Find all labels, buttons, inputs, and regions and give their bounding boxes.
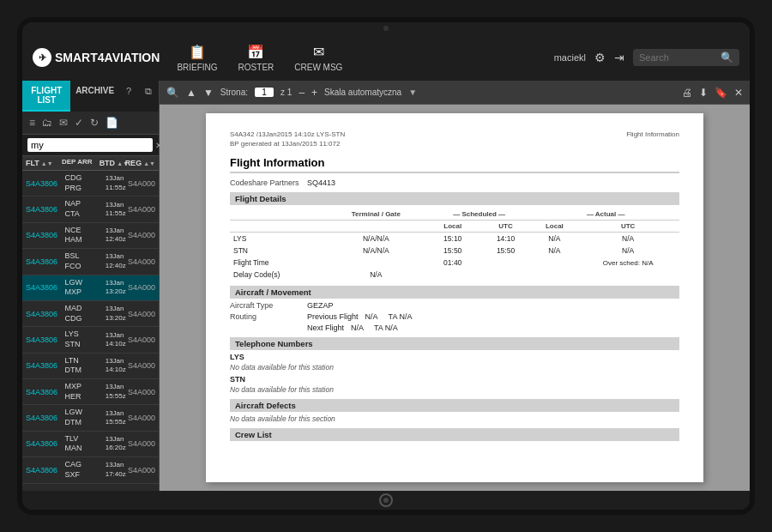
flight-row[interactable]: S4A3806 LYSSTN 13Jan14:10z S4A000 xyxy=(22,327,159,353)
download-icon[interactable]: ⬇ xyxy=(699,87,708,99)
station-code-stn: STN xyxy=(230,245,326,257)
station-code-lys: LYS xyxy=(230,233,326,245)
sidebar-tabs: FLIGHT LIST ARCHIVE ? ⧉ xyxy=(22,81,159,112)
flight-row[interactable]: S4A3806 LGWDTM 13Jan15:55z S4A000 xyxy=(22,405,159,431)
tablet-frame: ✈ SMART4AVIATION 📋 BRIEFING 📅 ROSTER ✉ C… xyxy=(17,17,755,515)
crew-list-section: Crew List xyxy=(230,428,679,441)
flight-reg: S4A000 xyxy=(128,205,155,214)
flight-reg: S4A000 xyxy=(128,179,155,188)
flight-btd: 13Jan15:55z xyxy=(106,409,128,427)
pdf-down-icon[interactable]: ▼ xyxy=(203,87,214,99)
th-act-utc: UTC xyxy=(576,221,679,233)
zoom-in-icon[interactable]: + xyxy=(311,87,317,99)
flight-reg: S4A000 xyxy=(128,466,155,475)
doc-icon[interactable]: 📄 xyxy=(104,115,120,130)
folder-icon[interactable]: 🗂 xyxy=(40,115,54,130)
flight-reg: S4A000 xyxy=(128,336,155,344)
sidebar-new-icon[interactable]: ⧉ xyxy=(138,81,159,112)
telephone-section: Telephone Numbers xyxy=(230,337,679,350)
flight-row[interactable]: S4A3806 MADCDG 13Jan13:20z S4A000 xyxy=(22,301,159,327)
act-utc-lys: N/A xyxy=(576,233,679,245)
flight-num: S4A3806 xyxy=(26,388,64,396)
routing-next-row: Next Flight N/A TA N/A xyxy=(230,323,679,332)
flight-row[interactable]: S4A3806 LTNDTM 13Jan14:10z S4A000 xyxy=(22,354,159,379)
codeshare-label: Codeshare Partners xyxy=(230,178,307,187)
tablet-camera xyxy=(383,26,389,31)
codeshare-row: Codeshare Partners SQ4413 xyxy=(230,178,679,187)
flight-dep-arr: NAPCTA xyxy=(64,199,105,219)
nav-item-briefing[interactable]: 📋 BRIEFING xyxy=(177,44,217,72)
mail-icon[interactable]: ✉ xyxy=(57,115,69,130)
refresh-icon[interactable]: ↻ xyxy=(88,115,100,130)
flight-row[interactable]: S4A3806 BSLFCO 13Jan12:40z S4A000 xyxy=(22,249,159,275)
flight-search-input[interactable] xyxy=(27,138,153,152)
flt-sort-arrows: ▲▼ xyxy=(41,160,53,166)
flight-reg: S4A000 xyxy=(128,388,155,396)
zoom-out-icon[interactable]: – xyxy=(299,87,305,99)
home-button[interactable] xyxy=(379,493,393,507)
flight-dep-arr: CAGSXF xyxy=(64,460,105,480)
flight-row[interactable]: S4A3806 CDGPRG 13Jan11:55z S4A000 xyxy=(22,171,159,196)
nav-item-roster[interactable]: 📅 ROSTER xyxy=(238,44,274,72)
tablet-top-bar xyxy=(22,22,750,34)
pdf-search-icon[interactable]: 🔍 xyxy=(166,87,179,99)
search-button[interactable]: 🔍 xyxy=(721,51,733,63)
codeshare-value: SQ4413 xyxy=(307,178,335,187)
flight-row[interactable]: S4A3806 LGWMXP 13Jan13:20z S4A000 xyxy=(22,275,159,301)
flight-dep-arr: MXPHER xyxy=(64,382,105,402)
pdf-page: Flight Information S4A342 /13Jan2015 14:… xyxy=(206,113,703,482)
print-icon[interactable]: 🖨 xyxy=(682,87,692,99)
flight-time-row: Flight Time 01:40 Over sched: N/A xyxy=(230,257,679,269)
flight-num: S4A3806 xyxy=(26,439,64,448)
th-sched-local: Local xyxy=(426,221,479,233)
settings-icon[interactable]: ⚙ xyxy=(594,51,606,64)
sidebar-help-icon[interactable]: ? xyxy=(119,81,138,112)
logout-icon[interactable]: ⇥ xyxy=(614,51,624,64)
col-header-dep-arr[interactable]: DEP ARR xyxy=(62,159,100,167)
nav-item-crew-msg[interactable]: ✉ CREW MSG xyxy=(294,44,342,72)
flight-reg: S4A000 xyxy=(128,310,155,318)
flight-details-table: Terminal / Gate — Scheduled — — Actual —… xyxy=(230,209,679,281)
pdf-up-icon[interactable]: ▲ xyxy=(186,87,196,99)
tab-flight-list[interactable]: FLIGHT LIST xyxy=(22,81,70,112)
flight-row[interactable]: S4A3806 NCEHAM 13Jan12:40z S4A000 xyxy=(22,223,159,249)
page-input[interactable] xyxy=(255,88,274,97)
station-row-lys: LYS N/A/N/A 15:10 14:10 N/A N/A xyxy=(230,233,679,245)
over-sched: Over sched: N/A xyxy=(576,257,679,269)
tel-lys-header: LYS xyxy=(230,353,679,361)
flight-btd: 13Jan13:20z xyxy=(106,305,128,323)
aircraft-type-value: GEZAP xyxy=(307,301,334,310)
sidebar-search-row: ✕ 🔍 xyxy=(22,135,159,156)
username-label: maciekl xyxy=(554,52,586,63)
tab-archive[interactable]: ARCHIVE xyxy=(70,81,118,112)
scale-arrow-icon: ▼ xyxy=(408,88,417,97)
flight-dep-arr: MADCDG xyxy=(64,304,105,323)
delay-row: Delay Code(s) N/A xyxy=(230,269,679,281)
page-label: Strona: xyxy=(220,88,248,97)
col-header-btd[interactable]: BTD ▲▼ xyxy=(100,159,125,167)
filter-icon[interactable]: ≡ xyxy=(27,115,37,130)
flight-row[interactable]: S4A3806 MXPHER 13Jan15:55z S4A000 xyxy=(22,379,159,405)
check-icon[interactable]: ✓ xyxy=(73,115,85,130)
tel-stn-header: STN xyxy=(230,375,679,384)
scale-label: Skala automatyczna xyxy=(324,88,401,97)
flight-row[interactable]: S4A3806 NAPCTA 13Jan11:55z S4A000 xyxy=(22,196,159,222)
flight-row[interactable]: S4A3806 TLVMAN 13Jan16:20z S4A000 xyxy=(22,432,159,457)
col-header-reg[interactable]: REG ▲▼ xyxy=(125,159,155,167)
briefing-label: BRIEFING xyxy=(177,63,217,72)
flight-dep-arr: BSLFCO xyxy=(64,251,105,271)
flight-dep-arr: LYSSTN xyxy=(64,329,105,349)
prev-ta: TA N/A xyxy=(389,312,413,321)
th-terminal xyxy=(230,209,326,221)
app-logo: ✈ SMART4AVIATION xyxy=(33,48,160,67)
search-input[interactable] xyxy=(639,52,716,63)
flight-dep-arr: NCEHAM xyxy=(64,226,105,245)
nav-right: maciekl ⚙ ⇥ 🔍 xyxy=(554,49,739,66)
close-panel-icon[interactable]: ✕ xyxy=(734,87,743,99)
prev-flight-value: N/A xyxy=(365,312,378,321)
flight-num: S4A3806 xyxy=(26,336,64,344)
bookmark-icon[interactable]: 🔖 xyxy=(715,87,727,99)
flight-row[interactable]: S4A3806 CAGSXF 13Jan17:40z S4A000 xyxy=(22,457,159,483)
col-header-flt[interactable]: FLT ▲▼ xyxy=(26,159,62,167)
logo-icon: ✈ xyxy=(33,48,51,67)
